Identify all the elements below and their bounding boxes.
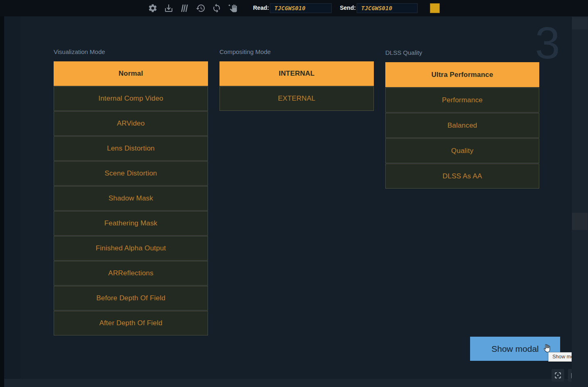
center-focus-icon[interactable] (552, 369, 564, 382)
option-dlss-as-aa[interactable]: DLSS As AA (385, 164, 539, 189)
option-arvideo[interactable]: ARVideo (54, 111, 208, 136)
option-internal-comp-video[interactable]: Internal Comp Video (54, 86, 208, 111)
option-ultra-performance[interactable]: Ultra Performance (385, 62, 539, 87)
scrollbar-top-segment (572, 17, 588, 29)
show-modal-button[interactable]: Show modal (470, 337, 560, 361)
status-indicator-square (430, 3, 440, 13)
option-before-depth-of-field[interactable]: Before Depth Of Field (54, 286, 208, 310)
scrollbar-thumb[interactable] (572, 213, 588, 230)
sync-icon[interactable] (211, 3, 222, 14)
group-label-compositing-mode: Compositing Mode (219, 48, 374, 59)
option-lens-distortion[interactable]: Lens Distortion (54, 136, 208, 161)
group-visualization-mode: Visualization ModeNormalInternal Comp Vi… (54, 48, 208, 336)
group-dlss-quality: DLSS QualityUltra PerformancePerformance… (385, 49, 539, 189)
group-compositing-mode: Compositing ModeINTERNALEXTERNAL (219, 48, 374, 111)
bottom-edge-strip (4, 379, 572, 387)
library-icon[interactable] (179, 3, 190, 14)
send-input[interactable] (357, 3, 418, 13)
option-scene-distortion[interactable]: Scene Distortion (54, 161, 208, 186)
option-external[interactable]: EXTERNAL (219, 86, 374, 111)
option-normal[interactable]: Normal (54, 61, 208, 86)
option-feathering-mask[interactable]: Feathering Mask (54, 211, 208, 236)
toolbar-icon-group (147, 0, 238, 16)
group-label-dlss-quality: DLSS Quality (385, 49, 539, 59)
settings-icon[interactable] (147, 3, 158, 14)
app-window: Read: Send: 3 Visualization ModeNormalIn… (0, 0, 588, 387)
download-icon[interactable] (163, 3, 174, 14)
option-shadow-mask[interactable]: Shadow Mask (54, 186, 208, 211)
option-quality[interactable]: Quality (385, 138, 539, 163)
send-label: Send: (340, 4, 356, 11)
read-label: Read: (253, 4, 269, 11)
group-label-visualization-mode: Visualization Mode (54, 48, 208, 59)
option-performance[interactable]: Performance (385, 88, 539, 112)
pan-tool-icon[interactable] (227, 3, 238, 14)
option-balanced[interactable]: Balanced (385, 113, 539, 138)
option-arreflections[interactable]: ARReflections (54, 261, 208, 286)
option-finished-alpha-output[interactable]: Finished Alpha Output (54, 236, 208, 261)
read-input[interactable] (270, 3, 332, 13)
vertical-scrollbar[interactable] (572, 16, 588, 387)
left-edge-strip (0, 16, 4, 387)
top-toolbar: Read: Send: (0, 0, 588, 16)
option-internal[interactable]: INTERNAL (219, 61, 374, 86)
history-icon[interactable] (195, 3, 206, 14)
option-after-depth-of-field[interactable]: After Depth Of Field (54, 311, 208, 335)
